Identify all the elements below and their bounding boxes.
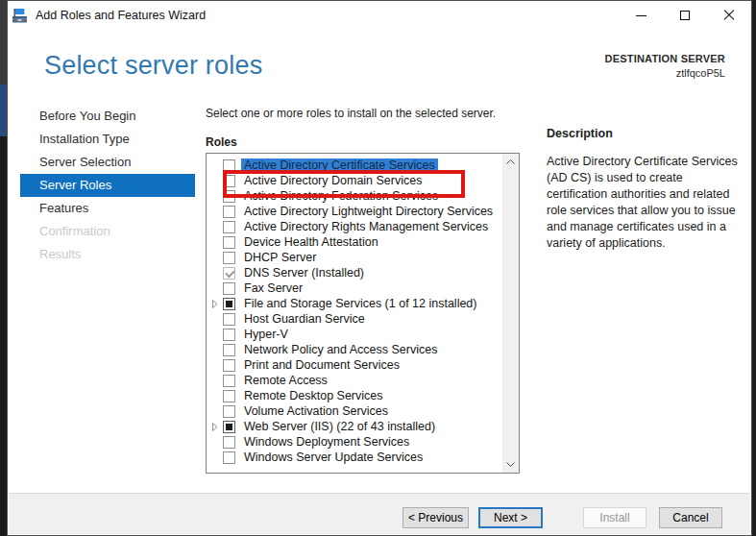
sidebar-item-installation-type[interactable]: Installation Type bbox=[20, 128, 195, 151]
role-label: Fax Server bbox=[244, 281, 303, 295]
sidebar-item-label: Server Selection bbox=[39, 155, 131, 169]
scroll-up-button[interactable] bbox=[502, 154, 519, 170]
wizard-steps-sidebar: Before You BeginInstallation TypeServer … bbox=[20, 105, 195, 266]
wizard-header: Select server roles DESTINATION SERVER z… bbox=[9, 30, 750, 99]
role-row-active-directory-domain-services[interactable]: Active Directory Domain Services bbox=[207, 173, 501, 188]
role-row-fax-server[interactable]: Fax Server bbox=[207, 280, 501, 296]
role-checkbox[interactable] bbox=[223, 421, 235, 433]
role-checkbox[interactable] bbox=[223, 190, 235, 203]
role-label: Volume Activation Services bbox=[244, 404, 388, 418]
role-row-active-directory-federation-services[interactable]: Active Directory Federation Services bbox=[207, 188, 501, 204]
role-label: Active Directory Federation Services bbox=[244, 189, 438, 203]
role-label: Active Directory Certificate Services bbox=[241, 158, 438, 172]
role-row-network-policy-and-access-services[interactable]: Network Policy and Access Services bbox=[207, 342, 501, 357]
role-label: Web Server (IIS) (22 of 43 installed) bbox=[244, 420, 435, 433]
role-row-dns-server-installed[interactable]: DNS Server (Installed) bbox=[207, 265, 501, 280]
background-window-sliver bbox=[0, 0, 7, 536]
sidebar-item-before-you-begin[interactable]: Before You Begin bbox=[20, 105, 195, 128]
sidebar-item-features[interactable]: Features bbox=[20, 197, 195, 220]
role-row-print-and-document-services[interactable]: Print and Document Services bbox=[207, 357, 501, 373]
sidebar-item-label: Server Roles bbox=[39, 178, 111, 192]
role-checkbox[interactable] bbox=[223, 236, 235, 249]
role-row-dhcp-server[interactable]: DHCP Server bbox=[207, 250, 501, 265]
role-row-host-guardian-service[interactable]: Host Guardian Service bbox=[207, 311, 501, 327]
role-label: Remote Desktop Services bbox=[244, 389, 383, 402]
role-label: Windows Server Update Services bbox=[244, 451, 423, 464]
role-checkbox[interactable] bbox=[223, 159, 235, 172]
role-checkbox[interactable] bbox=[223, 252, 235, 264]
role-checkbox[interactable] bbox=[223, 405, 235, 418]
role-label: Device Health Attestation bbox=[244, 235, 378, 249]
role-row-remote-desktop-services[interactable]: Remote Desktop Services bbox=[207, 388, 501, 403]
destination-server-name: ztlfqcoP5L bbox=[605, 67, 725, 79]
sidebar-item-label: Features bbox=[39, 201, 88, 215]
roles-scrollbar[interactable] bbox=[502, 154, 519, 473]
role-checkbox[interactable] bbox=[223, 451, 235, 464]
window-title: Add Roles and Features Wizard bbox=[36, 9, 206, 22]
sidebar-item-label: Confirmation bbox=[39, 224, 110, 238]
titlebar: Add Roles and Features Wizard bbox=[8, 1, 751, 30]
roles-rows: Active Directory Certificate Services Ac… bbox=[207, 158, 501, 465]
role-checkbox[interactable] bbox=[223, 221, 235, 233]
role-checkbox[interactable] bbox=[223, 175, 235, 187]
role-checkbox[interactable] bbox=[223, 436, 235, 449]
cancel-button[interactable]: Cancel bbox=[659, 507, 722, 528]
sidebar-item-server-roles[interactable]: Server Roles bbox=[20, 174, 195, 197]
destination-server-block: DESTINATION SERVER ztlfqcoP5L bbox=[605, 53, 725, 79]
next-button[interactable]: Next > bbox=[478, 507, 543, 528]
role-checkbox[interactable] bbox=[223, 313, 235, 326]
footer-bar: < PreviousNext >InstallCancel bbox=[9, 493, 750, 534]
role-checkbox[interactable] bbox=[223, 390, 235, 402]
role-label: Host Guardian Service bbox=[244, 312, 365, 326]
role-label: Hyper-V bbox=[244, 328, 288, 341]
role-label: DHCP Server bbox=[244, 251, 316, 264]
role-checkbox[interactable] bbox=[223, 267, 235, 280]
chevron-down-icon bbox=[506, 462, 515, 467]
instruction-text: Select one or more roles to install on t… bbox=[206, 107, 496, 120]
role-row-active-directory-rights-management-services[interactable]: Active Directory Rights Management Servi… bbox=[207, 219, 501, 234]
chevron-up-icon bbox=[506, 159, 515, 164]
page-title: Select server roles bbox=[44, 51, 262, 81]
role-row-active-directory-lightweight-directory-services[interactable]: Active Directory Lightweight Directory S… bbox=[207, 204, 501, 219]
close-icon bbox=[723, 10, 735, 21]
role-row-windows-deployment-services[interactable]: Windows Deployment Services bbox=[207, 434, 501, 450]
role-label: Active Directory Lightweight Directory S… bbox=[244, 205, 493, 218]
close-button[interactable] bbox=[707, 1, 751, 30]
wizard-window: Add Roles and Features Wizard Select ser… bbox=[7, 0, 752, 536]
role-checkbox[interactable] bbox=[223, 329, 235, 341]
description-text: Active Directory Certificate Services (A… bbox=[547, 154, 743, 252]
maximize-icon bbox=[680, 11, 690, 20]
role-row-hyper-v[interactable]: Hyper-V bbox=[207, 327, 501, 342]
role-checkbox[interactable] bbox=[223, 359, 235, 372]
role-label: File and Storage Services (1 of 12 insta… bbox=[244, 297, 477, 310]
roles-list-label: Roles bbox=[206, 135, 237, 149]
role-checkbox[interactable] bbox=[223, 282, 235, 295]
scroll-down-button[interactable] bbox=[502, 456, 519, 473]
description-title: Description bbox=[547, 127, 748, 140]
install-button: Install bbox=[583, 507, 646, 528]
previous-button[interactable]: < Previous bbox=[402, 507, 469, 528]
expand-triangle-icon[interactable] bbox=[212, 422, 222, 431]
role-checkbox[interactable] bbox=[223, 298, 235, 310]
role-row-web-server-iis-22-of-43-installed[interactable]: Web Server (IIS) (22 of 43 installed) bbox=[207, 419, 501, 434]
sidebar-item-results: Results bbox=[20, 243, 195, 266]
role-checkbox[interactable] bbox=[223, 375, 235, 387]
role-checkbox[interactable] bbox=[223, 344, 235, 356]
role-row-active-directory-certificate-services[interactable]: Active Directory Certificate Services bbox=[207, 158, 501, 173]
roles-list: Active Directory Certificate Services Ac… bbox=[206, 153, 520, 474]
roles-wizard-toolbox-icon bbox=[12, 8, 28, 24]
sidebar-item-server-selection[interactable]: Server Selection bbox=[20, 151, 195, 174]
role-row-windows-server-update-services[interactable]: Windows Server Update Services bbox=[207, 450, 501, 465]
minimize-button[interactable] bbox=[619, 1, 663, 30]
role-label: Print and Document Services bbox=[244, 358, 400, 372]
destination-server-label: DESTINATION SERVER bbox=[605, 53, 725, 64]
role-label: Remote Access bbox=[244, 374, 328, 387]
role-row-remote-access[interactable]: Remote Access bbox=[207, 373, 501, 388]
maximize-button[interactable] bbox=[663, 1, 707, 30]
role-row-volume-activation-services[interactable]: Volume Activation Services bbox=[207, 403, 501, 419]
screen: Add Roles and Features Wizard Select ser… bbox=[0, 0, 756, 536]
role-checkbox[interactable] bbox=[223, 206, 235, 218]
role-row-device-health-attestation[interactable]: Device Health Attestation bbox=[207, 234, 501, 250]
role-row-file-and-storage-services-1-of-12-installed[interactable]: File and Storage Services (1 of 12 insta… bbox=[207, 296, 501, 311]
expand-triangle-icon[interactable] bbox=[212, 299, 222, 308]
